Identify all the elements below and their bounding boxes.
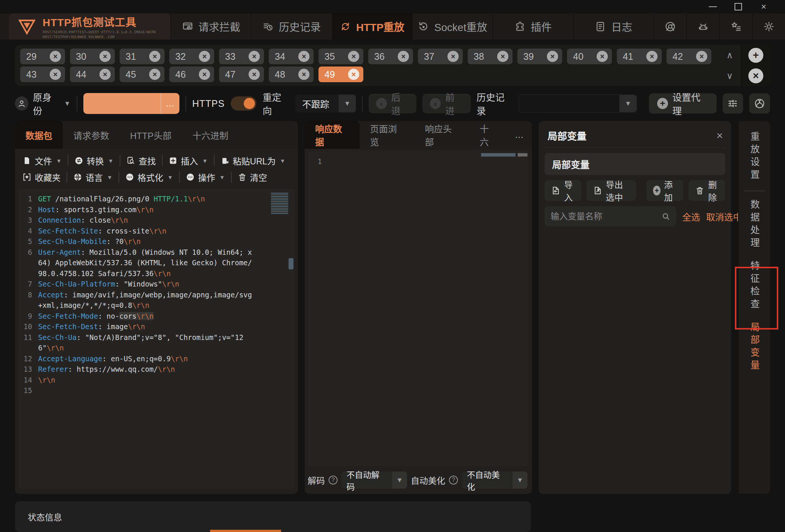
import-button[interactable]: 导入 xyxy=(545,180,581,201)
panel-tab[interactable]: 数据包 xyxy=(15,121,63,149)
set-proxy-button[interactable]: + 设置代理 xyxy=(649,93,716,114)
maximize-icon[interactable] xyxy=(727,1,749,12)
decode-select[interactable]: 不自动解码 ▼ xyxy=(341,471,407,489)
tab-close-icon[interactable]: × xyxy=(447,51,459,62)
tab-close-icon[interactable]: × xyxy=(398,51,409,62)
menu-find-button[interactable]: 查找 xyxy=(125,154,157,167)
tab-chip[interactable]: 30× xyxy=(70,49,115,64)
select-all-link[interactable]: 全选 xyxy=(682,210,700,223)
tab-chip[interactable]: 47× xyxy=(219,66,264,82)
tabs-scroll-up-icon[interactable]: ∧ xyxy=(718,45,741,65)
tab-close-icon[interactable]: × xyxy=(199,69,210,80)
gear-button[interactable] xyxy=(752,13,785,40)
close-icon[interactable]: × xyxy=(753,1,775,12)
tab-close-icon[interactable]: × xyxy=(149,51,160,62)
tab-chip[interactable]: 38× xyxy=(468,49,512,64)
tab-chip[interactable]: 46× xyxy=(169,66,214,82)
menu-dots-button[interactable]: 操作▼ xyxy=(184,171,227,183)
tab-chip[interactable]: 35× xyxy=(318,49,363,64)
nav-tab-history[interactable]: 历史记录 xyxy=(251,13,331,40)
tab-close-icon[interactable]: × xyxy=(249,51,260,62)
tab-close-icon[interactable]: × xyxy=(50,51,61,62)
tab-close-icon[interactable]: × xyxy=(99,69,111,80)
tab-close-icon[interactable]: × xyxy=(646,51,658,62)
tab-chip[interactable]: 31× xyxy=(120,49,164,64)
nav-tab-intercept[interactable]: 请求拦截 xyxy=(170,13,251,40)
tab-chip[interactable]: 32× xyxy=(169,49,214,64)
menu-insert-button[interactable]: 插入▼ xyxy=(167,154,209,167)
side-tab-1[interactable]: 重放设置 xyxy=(748,126,761,188)
add-tab-button[interactable]: + xyxy=(748,48,763,63)
send-options-button[interactable]: … xyxy=(161,93,179,114)
editor-scrollbar[interactable] xyxy=(289,258,293,269)
tab-chip[interactable]: 37× xyxy=(418,49,463,64)
android-button[interactable] xyxy=(686,13,719,40)
add-variable-button[interactable]: + 添加 xyxy=(646,180,683,201)
close-all-tabs-button[interactable]: × xyxy=(748,68,763,83)
tab-close-icon[interactable]: × xyxy=(149,69,160,80)
tab-close-icon[interactable]: × xyxy=(50,69,61,80)
tab-chip[interactable]: 33× xyxy=(219,49,264,64)
menu-pasteurl-button[interactable]: 粘贴URL为▼ xyxy=(219,154,287,167)
nav-tab-replay[interactable]: HTTP重放 xyxy=(332,13,412,40)
delete-variable-button[interactable]: 删除 xyxy=(689,180,725,201)
tab-chip[interactable]: 44× xyxy=(70,66,115,82)
starlist-button[interactable] xyxy=(719,13,752,40)
minimize-icon[interactable] xyxy=(702,1,724,12)
history-select[interactable]: ▼ xyxy=(518,95,637,112)
nav-tab-socket[interactable]: Socket重放 xyxy=(412,13,492,40)
send-button[interactable]: 发送 … xyxy=(83,93,180,114)
menu-dots-button[interactable]: 格式化▼ xyxy=(124,171,175,183)
variables-section-header[interactable]: 局部变量 xyxy=(545,153,725,175)
nav-tab-plugin[interactable]: 插件 xyxy=(492,13,573,40)
request-editor[interactable]: 1GET /nationalFlag/26.png/0 HTTP/1.1\r\n… xyxy=(19,189,294,489)
tab-chip[interactable]: 36× xyxy=(368,49,413,64)
tabs-scroll-down-icon[interactable]: ∨ xyxy=(718,65,741,86)
tab-chip[interactable]: 40× xyxy=(567,49,612,64)
tab-close-icon[interactable]: × xyxy=(348,69,359,80)
tab-close-icon[interactable]: × xyxy=(696,51,707,62)
menu-favbr-button[interactable]: 收藏夹 xyxy=(21,171,62,183)
panel-tab[interactable]: 响应头部 xyxy=(415,121,470,149)
tab-chip[interactable]: 39× xyxy=(517,49,562,64)
editor-hscrollbar[interactable] xyxy=(481,153,515,157)
deselect-link[interactable]: 取消选中 xyxy=(706,210,742,223)
tab-chip[interactable]: 45× xyxy=(120,66,164,82)
close-panel-icon[interactable]: × xyxy=(716,129,723,142)
panel-tab[interactable]: 十六进制 xyxy=(182,121,239,149)
panel-tab[interactable]: 十六 xyxy=(470,121,507,149)
panel-tab[interactable]: 页面浏览 xyxy=(360,121,415,149)
settings-sliders-button[interactable] xyxy=(723,93,744,114)
panel-tab[interactable]: 响应数据 xyxy=(305,121,360,149)
tab-close-icon[interactable]: × xyxy=(348,51,359,62)
tab-chip[interactable]: 49× xyxy=(318,66,363,82)
panel-tab[interactable]: 请求参数 xyxy=(63,121,120,149)
tab-chip[interactable]: 43× xyxy=(20,66,65,82)
response-editor[interactable]: 1 xyxy=(308,152,528,466)
chrome-button[interactable] xyxy=(653,13,686,40)
identity-dropdown[interactable]: 原身份 ▼ xyxy=(15,90,71,117)
menu-convert-button[interactable]: 转换▼ xyxy=(73,154,115,167)
tab-chip[interactable]: 34× xyxy=(269,49,314,64)
side-tab-2[interactable]: 数据处理 xyxy=(748,194,761,256)
tab-close-icon[interactable]: × xyxy=(99,51,111,62)
tab-chip[interactable]: 48× xyxy=(269,66,314,82)
tab-chip[interactable]: 41× xyxy=(617,49,662,64)
tab-close-icon[interactable]: × xyxy=(497,51,508,62)
tab-close-icon[interactable]: × xyxy=(199,51,210,62)
menu-file-button[interactable]: 文件▼ xyxy=(21,154,63,167)
network-globe-button[interactable] xyxy=(749,93,770,114)
beautify-select[interactable]: 不自动美化 ▼ xyxy=(462,471,527,489)
search-icon[interactable] xyxy=(661,212,670,221)
back-button[interactable]: ‹ 后退 xyxy=(369,94,416,113)
https-toggle[interactable] xyxy=(231,96,256,111)
tab-close-icon[interactable]: × xyxy=(597,51,608,62)
tab-chip[interactable]: 29× xyxy=(20,49,65,64)
nav-tab-log[interactable]: 日志 xyxy=(573,13,653,40)
export-selected-button[interactable]: 导出选中 xyxy=(587,180,636,201)
redirect-select[interactable]: 不跟踪 ▼ xyxy=(295,95,355,112)
more-tabs-button[interactable]: … xyxy=(507,121,532,149)
menu-lang-button[interactable]: 语言▼ xyxy=(72,171,114,183)
variable-search-input[interactable] xyxy=(551,211,661,222)
tab-chip[interactable]: 42× xyxy=(667,49,711,64)
